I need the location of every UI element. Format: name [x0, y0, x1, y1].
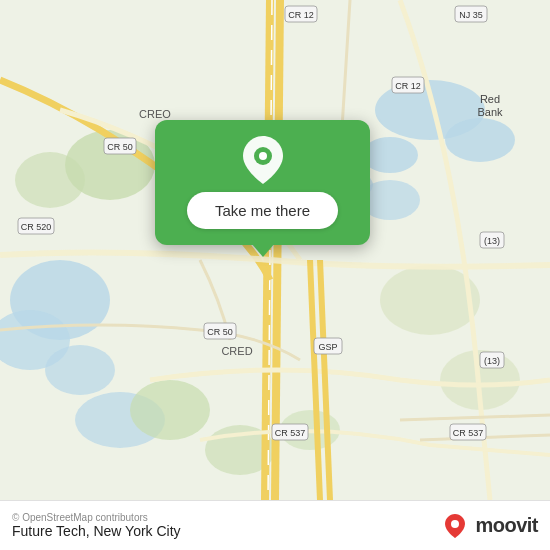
bottom-bar: © OpenStreetMap contributors Future Tech… — [0, 500, 550, 550]
svg-text:CR 50: CR 50 — [107, 142, 133, 152]
location-name: Future Tech, New York City — [12, 523, 181, 539]
svg-text:CR 50: CR 50 — [207, 327, 233, 337]
moovit-icon — [441, 512, 469, 540]
moovit-logo: moovit — [441, 512, 538, 540]
svg-text:CREO: CREO — [139, 108, 171, 120]
moovit-text: moovit — [475, 514, 538, 537]
svg-text:(13): (13) — [484, 356, 500, 366]
svg-text:CR 12: CR 12 — [395, 81, 421, 91]
take-me-there-button[interactable]: Take me there — [187, 192, 338, 229]
map-popup: Take me there — [155, 120, 370, 245]
svg-point-45 — [451, 520, 459, 528]
svg-text:Bank: Bank — [477, 106, 503, 118]
svg-text:(13): (13) — [484, 236, 500, 246]
location-pin-icon — [241, 138, 285, 182]
svg-text:CR 537: CR 537 — [275, 428, 306, 438]
map-background: CR 12 CR 12 NJ 35 CR 50 CR 520 CR 50 GSP… — [0, 0, 550, 500]
svg-point-13 — [15, 152, 85, 208]
svg-point-3 — [362, 137, 418, 173]
svg-text:Red: Red — [480, 93, 500, 105]
svg-point-11 — [130, 380, 210, 440]
bottom-left-info: © OpenStreetMap contributors Future Tech… — [12, 512, 181, 539]
svg-text:GSP: GSP — [318, 342, 337, 352]
svg-text:CR 520: CR 520 — [21, 222, 52, 232]
svg-point-6 — [45, 345, 115, 395]
svg-point-2 — [445, 118, 515, 162]
svg-point-44 — [259, 152, 267, 160]
svg-text:CR 12: CR 12 — [288, 10, 314, 20]
svg-text:NJ 35: NJ 35 — [459, 10, 483, 20]
svg-text:CRED: CRED — [221, 345, 252, 357]
svg-text:CR 537: CR 537 — [453, 428, 484, 438]
map-container: CR 12 CR 12 NJ 35 CR 50 CR 520 CR 50 GSP… — [0, 0, 550, 500]
attribution-text: © OpenStreetMap contributors — [12, 512, 181, 523]
